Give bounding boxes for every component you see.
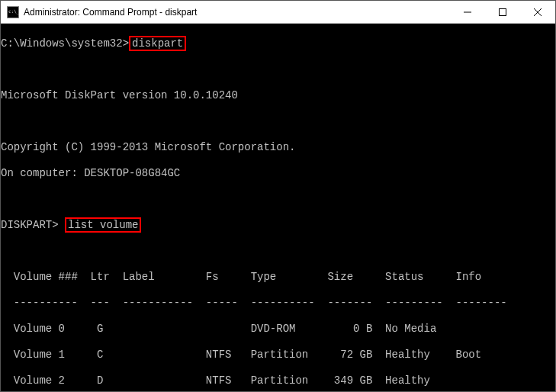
table-header: Volume ### Ltr Label Fs Type Size Status… (1, 271, 555, 284)
titlebar[interactable]: Administrator: Command Prompt - diskpart (1, 1, 555, 24)
computer-line: On computer: DESKTOP-08G84GC (1, 167, 555, 180)
highlight-diskpart: diskpart (129, 36, 186, 51)
window-controls (450, 1, 555, 24)
version-line: Microsoft DiskPart version 10.0.10240 (1, 89, 555, 102)
minimize-button[interactable] (450, 1, 485, 24)
maximize-button[interactable] (485, 1, 520, 24)
window-title: Administrator: Command Prompt - diskpart (24, 7, 450, 18)
diskpart-prompt: DISKPART> (1, 219, 59, 231)
table-row: Volume 1 C NTFS Partition 72 GB Healthy … (1, 349, 555, 361)
cmd-icon (7, 6, 19, 18)
table-row: Volume 0 G DVD-ROM 0 B No Media (1, 323, 555, 336)
prompt-path: C:\Windows\system32> (1, 37, 129, 50)
table-divider: ---------- --- ----------- ----- -------… (1, 297, 555, 310)
close-button[interactable] (520, 1, 555, 24)
terminal-area[interactable]: C:\Windows\system32>diskpart Microsoft D… (1, 24, 555, 391)
command-prompt-window: Administrator: Command Prompt - diskpart… (0, 0, 556, 392)
table-row: Volume 2 D NTFS Partition 349 GB Healthy (1, 374, 555, 387)
highlight-list-volume: list volume (65, 217, 141, 233)
copyright-line: Copyright (C) 1999-2013 Microsoft Corpor… (1, 141, 555, 154)
svg-rect-1 (500, 8, 506, 15)
